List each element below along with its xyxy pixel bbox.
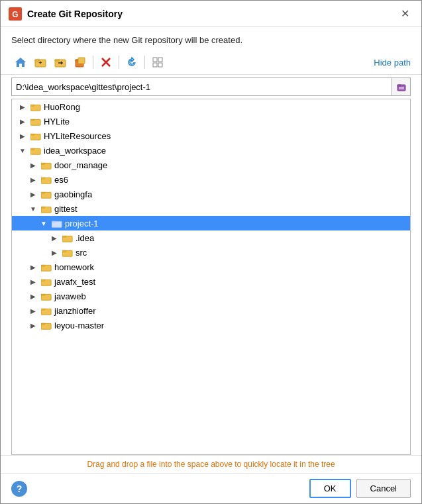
tree-toggle-homework[interactable] bbox=[28, 262, 38, 272]
browse-icon bbox=[397, 82, 406, 91]
tree-item-project-1[interactable]: project-1 bbox=[12, 216, 410, 230]
folder-icon-idea bbox=[62, 232, 74, 244]
folder-icon-door_manage bbox=[40, 159, 52, 171]
svg-rect-7 bbox=[78, 58, 85, 64]
folder-icon-idea_workspace bbox=[30, 144, 42, 156]
move-icon bbox=[54, 56, 66, 68]
tree-item-door_manage[interactable]: door_manage bbox=[12, 158, 410, 172]
tree-item-src[interactable]: src bbox=[12, 245, 410, 260]
svg-text:+: + bbox=[38, 60, 42, 66]
cancel-button[interactable]: Cancel bbox=[356, 479, 411, 498]
svg-rect-11 bbox=[158, 58, 162, 62]
tree-toggle-jianzhioffer[interactable] bbox=[28, 305, 38, 316]
home-button[interactable] bbox=[11, 53, 30, 72]
tree-label-homework: homework bbox=[54, 262, 94, 272]
expand-all-button[interactable] bbox=[148, 53, 167, 72]
tree-label-es6: es6 bbox=[54, 175, 68, 185]
folder-icon-leyou-master bbox=[40, 319, 52, 331]
tree-toggle-src[interactable] bbox=[49, 247, 60, 258]
new-folder-button[interactable]: + bbox=[31, 53, 50, 72]
path-input[interactable] bbox=[12, 79, 392, 95]
svg-marker-2 bbox=[15, 58, 26, 67]
folder-icon-hylite bbox=[30, 115, 42, 127]
tree-label-idea: .idea bbox=[76, 233, 94, 243]
tree-item-huorong[interactable]: HuoRong bbox=[12, 99, 410, 114]
tree-item-hylite[interactable]: HYLite bbox=[12, 114, 410, 128]
drag-hint: Drag and drop a file into the space abov… bbox=[1, 455, 421, 473]
tree-item-javaweb[interactable]: javaweb bbox=[12, 289, 410, 303]
title-bar-left: G Create Git Repository bbox=[9, 7, 123, 21]
tree-toggle-es6[interactable] bbox=[28, 174, 38, 185]
svg-text:G: G bbox=[12, 10, 18, 19]
tree-label-src: src bbox=[76, 248, 87, 258]
dialog-title: Create Git Repository bbox=[27, 9, 123, 19]
toolbar-left: + bbox=[11, 53, 167, 72]
tree-item-idea[interactable]: .idea bbox=[12, 230, 410, 245]
tree-item-jianzhioffer[interactable]: jianzhioffer bbox=[12, 303, 410, 318]
delete-button[interactable] bbox=[97, 53, 115, 72]
ok-button[interactable]: OK bbox=[309, 479, 351, 498]
close-button[interactable]: ✕ bbox=[397, 6, 413, 21]
folder-icon-src bbox=[62, 246, 74, 258]
hide-path-link[interactable]: Hide path bbox=[374, 58, 411, 68]
tree-item-javafx_test[interactable]: javafx_test bbox=[12, 274, 410, 289]
folder-icon-es6 bbox=[40, 174, 52, 185]
path-browse-button[interactable] bbox=[392, 78, 410, 95]
folder-icon-javafx_test bbox=[40, 276, 52, 287]
tree-item-es6[interactable]: es6 bbox=[12, 172, 410, 187]
folder-icon-homework bbox=[40, 261, 52, 273]
refresh-button[interactable] bbox=[123, 53, 141, 72]
tree-item-leyou-master[interactable]: leyou-master bbox=[12, 318, 410, 332]
footer-buttons: OK Cancel bbox=[309, 479, 411, 498]
help-button[interactable]: ? bbox=[11, 481, 27, 497]
paste-folder-button[interactable] bbox=[71, 53, 89, 72]
tree-label-idea_workspace: idea_workspace bbox=[44, 146, 106, 156]
tree-item-gittest[interactable]: gittest bbox=[12, 201, 410, 216]
tree-toggle-huorong[interactable] bbox=[17, 101, 28, 112]
folder-icon-gittest bbox=[40, 203, 52, 215]
path-bar bbox=[11, 77, 411, 96]
home-icon bbox=[15, 56, 26, 68]
tree-toggle-gaobingfa[interactable] bbox=[28, 189, 38, 199]
tree-item-hyliteresources[interactable]: HYLiteResources bbox=[12, 128, 410, 143]
tree-label-hyliteresources: HYLiteResources bbox=[44, 131, 111, 141]
new-folder-icon: + bbox=[34, 56, 46, 68]
paste-icon bbox=[74, 56, 86, 68]
toolbar: + bbox=[1, 50, 421, 75]
tree-toggle-door_manage[interactable] bbox=[28, 160, 38, 170]
tree-toggle-gittest[interactable] bbox=[28, 203, 38, 214]
tree-label-door_manage: door_manage bbox=[54, 160, 107, 170]
tree-label-leyou-master: leyou-master bbox=[54, 321, 104, 330]
svg-rect-10 bbox=[153, 58, 157, 62]
tree-toggle-idea[interactable] bbox=[49, 232, 60, 243]
description: Select directory where the new Git repos… bbox=[1, 27, 421, 50]
separator-3 bbox=[144, 56, 145, 69]
tree-toggle-leyou-master[interactable] bbox=[28, 320, 38, 330]
folder-icon-project-1 bbox=[51, 217, 63, 229]
move-folder-button[interactable] bbox=[51, 53, 70, 72]
folder-icon-hyliteresources bbox=[30, 130, 42, 142]
tree-toggle-javafx_test[interactable] bbox=[28, 276, 38, 287]
tree-item-homework[interactable]: homework bbox=[12, 260, 410, 274]
git-icon: G bbox=[9, 7, 22, 21]
tree-item-idea_workspace[interactable]: idea_workspace bbox=[12, 143, 410, 158]
tree-toggle-hylite[interactable] bbox=[17, 116, 28, 126]
tree-label-gittest: gittest bbox=[54, 204, 78, 214]
tree-label-javaweb: javaweb bbox=[54, 291, 86, 301]
help-icon: ? bbox=[17, 483, 23, 494]
tree-label-huorong: HuoRong bbox=[44, 102, 80, 112]
tree-item-gaobingfa[interactable]: gaobingfa bbox=[12, 187, 410, 201]
tree-label-project-1: project-1 bbox=[65, 219, 99, 228]
footer: ? OK Cancel bbox=[1, 473, 421, 503]
folder-icon-huorong bbox=[30, 101, 42, 113]
tree-toggle-hyliteresources[interactable] bbox=[17, 130, 28, 141]
tree-toggle-javaweb[interactable] bbox=[28, 291, 38, 301]
file-tree[interactable]: HuoRong HYLite HYLiteResources idea_work… bbox=[11, 99, 411, 455]
tree-toggle-idea_workspace[interactable] bbox=[17, 145, 28, 156]
tree-toggle-project-1[interactable] bbox=[38, 218, 49, 228]
tree-label-jianzhioffer: jianzhioffer bbox=[54, 306, 96, 316]
folder-icon-jianzhioffer bbox=[40, 305, 52, 317]
separator-2 bbox=[119, 56, 119, 69]
delete-icon bbox=[101, 57, 111, 68]
folder-icon-javaweb bbox=[40, 290, 52, 302]
